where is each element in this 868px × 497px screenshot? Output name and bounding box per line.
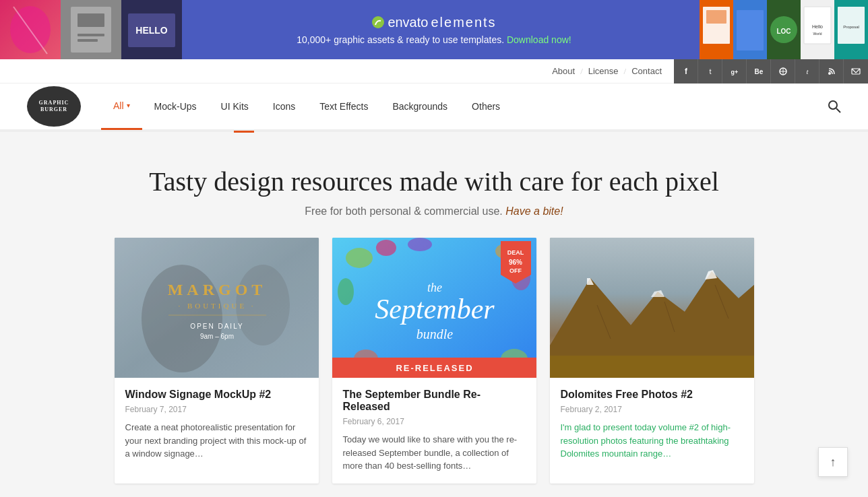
banner-img-3: HELLO bbox=[121, 0, 182, 59]
mockup-image: MARGOT · BOUTIQUE · OPEN DAILY 9am – 6pm bbox=[115, 238, 319, 378]
svg-text:MARGOT: MARGOT bbox=[167, 281, 266, 298]
svg-text:OFF: OFF bbox=[509, 267, 522, 274]
rss-icon[interactable] bbox=[819, 59, 844, 84]
logo[interactable]: GRAPHIC BURGER bbox=[27, 86, 81, 127]
nav-item-others[interactable]: Others bbox=[460, 83, 512, 130]
top-nav: About / License / Contact f t g+ Be t bbox=[0, 59, 868, 84]
nav-uikits-label: UI Kits bbox=[221, 101, 249, 112]
card-image-1: MARGOT · BOUTIQUE · OPEN DAILY 9am – 6pm bbox=[115, 238, 319, 378]
envato-brand: envato bbox=[388, 15, 428, 30]
google-plus-icon[interactable]: g+ bbox=[722, 59, 747, 84]
nav-all-arrow: ▾ bbox=[127, 102, 130, 109]
svg-rect-5 bbox=[78, 13, 104, 27]
svg-rect-14 bbox=[706, 10, 726, 24]
card-title-3: Dolomites Free Photos #2 bbox=[561, 389, 743, 401]
envato-elements-label: elements bbox=[431, 15, 496, 30]
card-desc-3: I'm glad to present today volume #2 of h… bbox=[561, 421, 743, 461]
card-body-3: Dolomites Free Photos #2 February 2, 201… bbox=[550, 378, 754, 471]
scroll-top-button[interactable]: ↑ bbox=[818, 447, 848, 477]
nav-all-label: All bbox=[113, 100, 124, 111]
svg-text:OPEN DAILY: OPEN DAILY bbox=[190, 323, 243, 330]
dolomites-image bbox=[550, 238, 754, 378]
email-icon[interactable] bbox=[844, 59, 868, 84]
twitter-icon[interactable]: t bbox=[698, 59, 722, 84]
nav-item-mockups[interactable]: Mock-Ups bbox=[142, 83, 209, 130]
banner: HELLO envato elements 10,000+ graphic as… bbox=[0, 0, 868, 59]
download-link[interactable]: Download now! bbox=[507, 34, 571, 45]
svg-rect-77 bbox=[550, 356, 754, 378]
card-title-1: Window Signage MockUp #2 bbox=[125, 389, 308, 401]
cards-grid: MARGOT · BOUTIQUE · OPEN DAILY 9am – 6pm… bbox=[0, 238, 868, 497]
banner-center: envato elements 10,000+ graphic assets &… bbox=[297, 15, 571, 45]
svg-text:the: the bbox=[427, 281, 442, 294]
card-image-3 bbox=[550, 238, 754, 378]
banner-right-img-1 bbox=[700, 0, 733, 59]
contact-link[interactable]: Contact bbox=[626, 66, 667, 76]
hero-heading: Tasty design resources made with care fo… bbox=[13, 166, 855, 197]
banner-img-1 bbox=[0, 0, 61, 59]
nav-item-all[interactable]: All ▾ bbox=[101, 83, 142, 130]
banner-right-img-4: Hello World bbox=[801, 0, 834, 59]
about-link[interactable]: About bbox=[547, 66, 580, 76]
banner-right-img-2 bbox=[733, 0, 767, 59]
nav-icons-label: Icons bbox=[273, 101, 295, 112]
behance-icon[interactable]: Be bbox=[747, 59, 771, 84]
top-nav-links: About / License / Contact bbox=[547, 66, 674, 77]
envato-logo: envato elements bbox=[371, 15, 496, 30]
facebook-icon[interactable]: f bbox=[674, 59, 698, 84]
card-title-2: The September Bundle Re-Released bbox=[343, 389, 526, 413]
hero-subtext: Free for both personal & commercial use.… bbox=[13, 205, 855, 218]
svg-point-35 bbox=[828, 72, 831, 75]
svg-point-37 bbox=[829, 101, 837, 109]
svg-point-50 bbox=[346, 248, 373, 268]
card-image-2: the September bundle DEAL 96% OFF RE-REL… bbox=[332, 238, 536, 378]
nav-items: All ▾ Mock-Ups UI Kits Icons Text Effect… bbox=[101, 83, 841, 130]
svg-text:t: t bbox=[806, 67, 809, 75]
card-date-1: February 7, 2017 bbox=[125, 405, 308, 414]
nav-mockups-label: Mock-Ups bbox=[154, 101, 197, 112]
card-body-2: The September Bundle Re-Released Februar… bbox=[332, 378, 536, 484]
nav-item-uikits[interactable]: UI Kits bbox=[209, 83, 261, 130]
svg-text:t: t bbox=[709, 67, 711, 75]
svg-text:World: World bbox=[813, 32, 822, 36]
nav-others-label: Others bbox=[472, 101, 500, 112]
svg-text:Proposal: Proposal bbox=[843, 25, 859, 29]
card-dolomites[interactable]: Dolomites Free Photos #2 February 2, 201… bbox=[550, 238, 754, 484]
svg-text:LOC: LOC bbox=[776, 28, 790, 35]
banner-img-2 bbox=[61, 0, 121, 59]
logo-text: GRAPHIC BURGER bbox=[39, 100, 69, 112]
nav-item-icons[interactable]: Icons bbox=[261, 83, 307, 130]
dribbble-icon[interactable] bbox=[771, 59, 795, 84]
svg-text:96%: 96% bbox=[508, 259, 522, 266]
svg-text:g+: g+ bbox=[731, 69, 738, 75]
svg-rect-7 bbox=[78, 39, 98, 42]
svg-text:Be: Be bbox=[754, 68, 763, 75]
svg-point-53 bbox=[338, 278, 354, 305]
card-september-bundle[interactable]: the September bundle DEAL 96% OFF RE-REL… bbox=[332, 238, 536, 484]
svg-line-38 bbox=[836, 108, 840, 112]
svg-rect-16 bbox=[737, 10, 764, 51]
svg-text:f: f bbox=[685, 67, 688, 76]
card-window-signage[interactable]: MARGOT · BOUTIQUE · OPEN DAILY 9am – 6pm… bbox=[115, 238, 319, 484]
tumblr-icon[interactable]: t bbox=[795, 59, 819, 84]
banner-left-images: HELLO bbox=[0, 0, 182, 59]
hero-cta: Have a bite! bbox=[505, 205, 563, 217]
svg-text:September: September bbox=[375, 294, 495, 325]
hero: Tasty design resources made with care fo… bbox=[0, 132, 868, 238]
nav-backgrounds-label: Backgrounds bbox=[392, 101, 447, 112]
license-link[interactable]: License bbox=[583, 66, 624, 76]
svg-text:· BOUTIQUE ·: · BOUTIQUE · bbox=[178, 302, 255, 310]
svg-text:Hello: Hello bbox=[812, 24, 823, 29]
nav-item-texteffects[interactable]: Text Effects bbox=[307, 83, 380, 130]
banner-right-img-3: LOC bbox=[767, 0, 801, 59]
main-nav: GRAPHIC BURGER All ▾ Mock-Ups UI Kits Ic… bbox=[0, 84, 868, 131]
nav-divider bbox=[0, 131, 868, 132]
nav-item-backgrounds[interactable]: Backgrounds bbox=[380, 83, 460, 130]
card-desc-2: Today we would like to share with you th… bbox=[343, 433, 526, 473]
banner-tagline: 10,000+ graphic assets & ready to use te… bbox=[297, 34, 571, 45]
svg-point-52 bbox=[408, 238, 432, 251]
banner-right-images: LOC Hello World Proposal bbox=[700, 0, 868, 59]
svg-text:HELLO: HELLO bbox=[135, 25, 168, 36]
card-body-1: Window Signage MockUp #2 February 7, 201… bbox=[115, 378, 319, 471]
search-icon[interactable] bbox=[828, 100, 841, 113]
